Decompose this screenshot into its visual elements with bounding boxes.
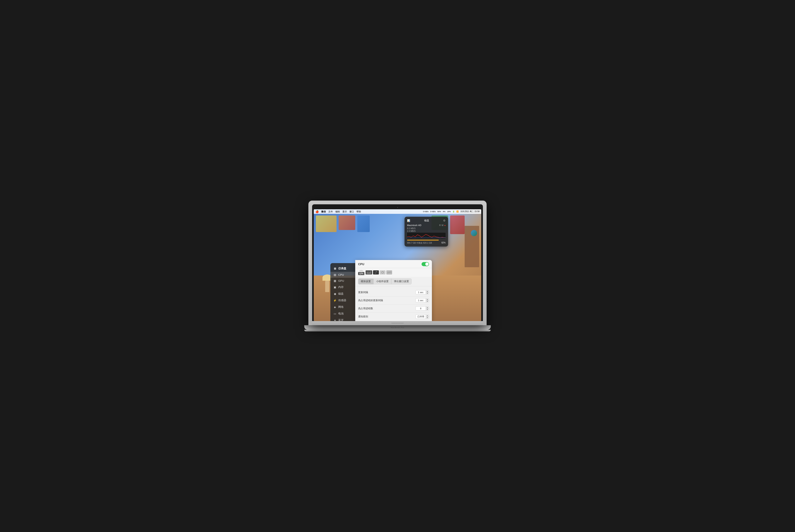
disk-widget: 📊 磁盘 ⚙ Macintosh HD R W ● 8.5 MB/S: [404, 217, 448, 247]
update-interval-value: 1 sec: [416, 291, 426, 294]
tab-module-settings[interactable]: 模块设置: [358, 279, 374, 284]
sidebar-item-disk[interactable]: ◉ 磁盘: [330, 290, 355, 297]
high-process-count-control[interactable]: 8 ▲ ▼: [416, 306, 429, 310]
macbook-base: MacBook Pro: [304, 325, 491, 330]
disk-drive-row: Macintosh HD R W ●: [407, 224, 446, 226]
sidebar-item-sensor[interactable]: ⚡ 传感器: [330, 297, 355, 304]
high-process-interval-down[interactable]: ▼: [426, 300, 429, 302]
menu-help[interactable]: 帮助: [357, 210, 361, 213]
menu-display[interactable]: 显示: [342, 210, 347, 213]
disk-widget-title: 磁盘: [410, 219, 443, 222]
menu-window[interactable]: 窗口: [349, 210, 354, 213]
cpu-settings-panel: CPU CPU 12%: [355, 260, 432, 321]
high-process-count-stepper: ▲ ▼: [426, 307, 429, 310]
disk-info-row: 994.7 GB 中剩余 820.1 GB 82%: [407, 242, 446, 245]
disk-write-speed: 2.3 MB/S: [407, 230, 446, 232]
setting-update-interval-label: 更新间隔: [358, 291, 368, 294]
cpu-wave-preview[interactable]: [386, 270, 392, 274]
svg-rect-5: [375, 271, 376, 272]
svg-rect-6: [376, 271, 377, 272]
tab-widget-settings[interactable]: 小组件设置: [374, 279, 391, 284]
sidebar-header[interactable]: ⊞ 仪表盘: [330, 265, 355, 272]
sidebar-item-gpu[interactable]: ▦ GPU: [330, 278, 355, 284]
net-down: 3 KB/s: [430, 210, 436, 213]
setting-high-process-interval-label: 高占用进程的更新间隔: [358, 299, 383, 302]
cpu-enable-toggle[interactable]: [421, 262, 429, 266]
sidebar-grid-icon: ⊞: [333, 267, 337, 270]
sidebar-network-icon: ◈: [333, 306, 337, 309]
disk-percent: 82%: [441, 242, 446, 245]
battery: 🔋: [452, 210, 455, 213]
menu-edit[interactable]: 编辑: [335, 210, 340, 213]
macbook-foot: [304, 330, 491, 331]
notification-level-control[interactable]: 已停用 ▲ ▼: [416, 315, 429, 319]
sidebar-item-battery[interactable]: ▭ 电池: [330, 310, 355, 317]
menubar-right: 0 KB/s 3 KB/s 56% 4% 18% 🔋 📶 10月25日 周二 1…: [423, 210, 480, 213]
disk-progress-bar: [407, 240, 446, 241]
update-interval-up[interactable]: ▲: [426, 290, 429, 292]
tab-popup-settings[interactable]: 弹出窗口设置: [391, 279, 412, 284]
sidebar-cpu-icon: ▤: [333, 273, 337, 277]
update-interval-stepper: ▲ ▼: [426, 290, 429, 294]
cpu-circle-preview[interactable]: [380, 270, 385, 274]
svg-rect-3: [369, 272, 370, 274]
cpu-percent-badge: 12%: [358, 272, 364, 275]
setting-notification-level-label: 通知级别: [358, 315, 368, 318]
sidebar-item-network[interactable]: ◈ 网络: [330, 304, 355, 310]
macbook-label: MacBook Pro: [391, 326, 404, 328]
screen-bezel: 🍎 微信 文件 编辑 显示 窗口 帮助 0 KB/s 3 KB/s 56% 4%…: [312, 204, 483, 321]
disk-drive-name: Macintosh HD: [407, 224, 421, 226]
high-process-interval-up[interactable]: ▲: [426, 299, 429, 300]
sidebar-memory-label: 内存: [338, 285, 344, 289]
sidebar-disk-label: 磁盘: [338, 292, 344, 296]
cpu-preview-row: CPU 12%: [355, 268, 432, 277]
high-process-count-up[interactable]: ▲: [426, 307, 429, 308]
sidebar-battery-icon: ▭: [333, 312, 337, 315]
cpu-preview-icons: [366, 270, 392, 274]
cpu-percent-label: CPU: [360, 270, 363, 271]
apple-menu[interactable]: 🍎: [315, 210, 319, 213]
cpu-block-preview[interactable]: [373, 270, 379, 274]
screen: 🍎 微信 文件 编辑 显示 窗口 帮助 0 KB/s 3 KB/s 56% 4%…: [314, 209, 481, 321]
update-interval-control[interactable]: 1 sec ▲ ▼: [416, 290, 429, 294]
disk-rw-labels: R W ●: [439, 224, 446, 226]
disk-gear-button[interactable]: ⚙: [443, 219, 446, 222]
update-interval-down[interactable]: ▼: [426, 292, 429, 294]
disk-read-speed: 8.5 MB/S: [407, 227, 446, 230]
sidebar-bluetooth-icon: ✦: [333, 319, 337, 321]
high-process-count-down[interactable]: ▼: [426, 308, 429, 310]
sidebar-item-memory[interactable]: ▣ 内存: [330, 284, 355, 290]
cpu-tabs: 模块设置 小组件设置 弹出窗口设置: [355, 277, 432, 286]
high-process-interval-stepper: ▲ ▼: [426, 299, 429, 302]
sidebar-battery-label: 电池: [338, 312, 344, 316]
cpu-panel-title: CPU: [358, 263, 364, 266]
sidebar-sensor-icon: ⚡: [333, 299, 337, 302]
disk-graph: [407, 233, 446, 239]
sidebar-item-cpu[interactable]: ▤ CPU: [330, 272, 355, 278]
high-process-interval-value: 1 sec: [416, 299, 426, 302]
menu-file[interactable]: 文件: [328, 210, 333, 213]
svg-rect-4: [370, 271, 371, 274]
menu-app[interactable]: 微信: [321, 210, 326, 213]
disk-w-label: W: [441, 224, 444, 226]
setting-update-interval: 更新间隔 1 sec ▲ ▼: [358, 288, 429, 297]
svg-rect-0: [367, 272, 367, 274]
cpu-settings-rows: 更新间隔 1 sec ▲ ▼ 高占用进程的更新间隔: [355, 286, 432, 321]
disk-progress-fill: [407, 240, 439, 241]
high-process-interval-control[interactable]: 1 sec ▲ ▼: [416, 298, 429, 302]
sidebar-disk-icon: ◉: [333, 292, 337, 296]
notification-level-stepper: ▲ ▼: [426, 315, 429, 319]
sidebar-gpu-icon: ▦: [333, 279, 337, 282]
disk-w-dot: ●: [444, 224, 446, 226]
svg-rect-7: [375, 273, 376, 274]
notification-level-down[interactable]: ▼: [426, 317, 429, 319]
macbook-chin: [312, 321, 483, 325]
cpu-bar-preview[interactable]: [366, 270, 372, 274]
menubar: 🍎 微信 文件 编辑 显示 窗口 帮助 0 KB/s 3 KB/s 56% 4%…: [314, 209, 481, 214]
notification-level-up[interactable]: ▲: [426, 315, 429, 317]
setting-high-process-interval: 高占用进程的更新间隔 1 sec ▲ ▼: [358, 297, 429, 304]
notification-level-value: 已停用: [416, 315, 426, 319]
cpu-pct: 56%: [437, 210, 441, 213]
menubar-left: 🍎 微信 文件 编辑 显示 窗口 帮助: [315, 210, 361, 213]
sidebar-item-bluetooth[interactable]: ✦ 蓝牙: [330, 317, 355, 321]
